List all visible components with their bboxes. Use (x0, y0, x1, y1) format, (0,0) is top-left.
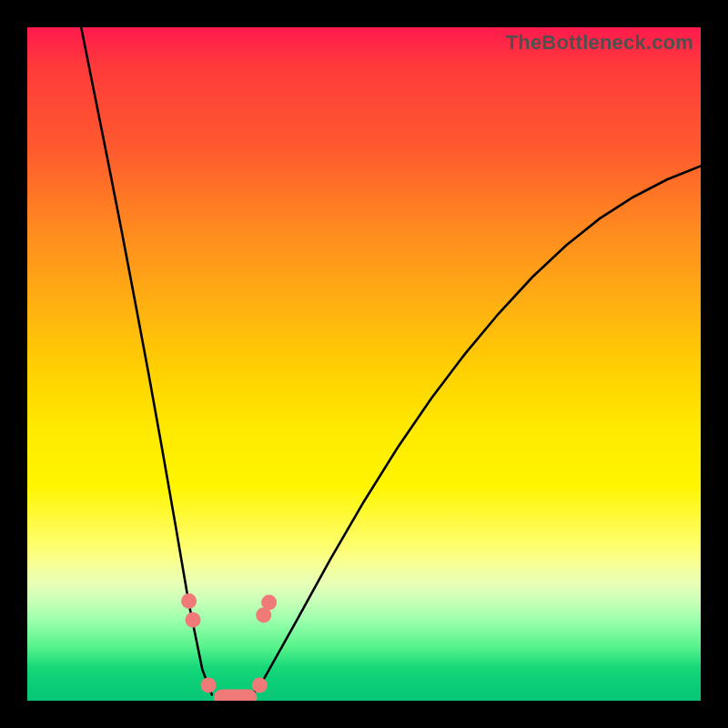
curve-ascending-branch (249, 166, 701, 698)
marker-dot-1 (186, 612, 201, 628)
plot-area: TheBottleneck.com (27, 27, 701, 701)
marker-dot-5 (261, 594, 277, 610)
outer-frame: TheBottleneck.com (0, 0, 728, 728)
curves-svg (27, 27, 701, 701)
marker-dot-0 (181, 593, 197, 609)
marker-pill-6 (214, 689, 257, 701)
marker-dot-2 (201, 677, 217, 693)
marker-dot-3 (252, 677, 268, 693)
